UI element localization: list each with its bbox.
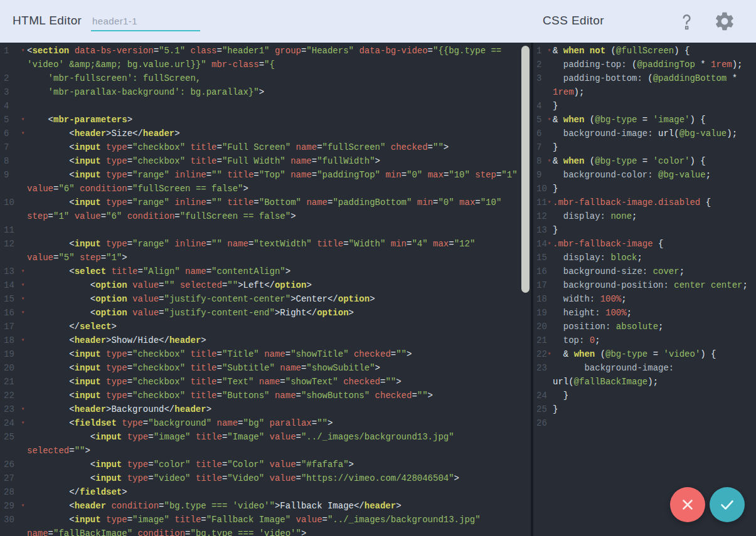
fold-arrow-icon[interactable]: ▾	[19, 334, 27, 347]
line-number: 21	[533, 334, 546, 347]
code-text: <input type="video" title="Video" value=…	[27, 471, 518, 485]
fold-arrow-icon[interactable]: ▾	[19, 499, 27, 513]
code-line: 15 display: block;	[533, 251, 756, 265]
code-text: <header>Size</header>	[27, 127, 518, 140]
code-text: & when (@bg-type = 'video') {	[553, 347, 748, 361]
fold-arrow-icon[interactable]: ▾	[19, 127, 27, 140]
code-text: height: 100%;	[553, 306, 748, 320]
fold-arrow-icon[interactable]: ▾	[546, 154, 553, 168]
fold-spacer	[19, 154, 27, 168]
fold-arrow-icon[interactable]: ▾	[19, 278, 27, 292]
css-editor-title: CSS Editor	[543, 14, 604, 28]
code-text: <input type="checkbox" title="Full Width…	[27, 154, 518, 168]
code-text: background-image: url(@bg-value);	[553, 127, 748, 140]
fold-arrow-icon[interactable]: ▾	[546, 113, 553, 127]
fold-arrow-icon[interactable]: ▾	[19, 306, 27, 320]
line-number: 6	[533, 127, 546, 140]
confirm-button[interactable]	[710, 487, 745, 522]
code-line: 21 <input type="checkbox" title="Text" n…	[0, 375, 531, 389]
fold-arrow-icon[interactable]: ▾	[19, 402, 27, 416]
line-number: 4	[0, 99, 19, 113]
fold-arrow-icon[interactable]: ▾	[546, 196, 553, 209]
line-number: 26	[533, 416, 546, 430]
fold-spacer	[546, 306, 553, 320]
line-number: 14	[533, 237, 546, 251]
fold-spacer	[19, 361, 27, 375]
code-text: <input type="checkbox" title="Subtitle" …	[27, 361, 518, 375]
editors-container: 1▾<section data-bs-version="5.1" class="…	[0, 43, 756, 536]
code-text: <input type="checkbox" title="Title" nam…	[27, 347, 518, 361]
html-code-editor[interactable]: 1▾<section data-bs-version="5.1" class="…	[0, 43, 531, 536]
fold-spacer	[546, 140, 553, 154]
code-line: 24 }	[533, 389, 756, 402]
fold-arrow-icon[interactable]: ▾	[19, 265, 27, 278]
fold-spacer	[19, 485, 27, 499]
cancel-button[interactable]	[670, 487, 705, 522]
line-number: 25	[533, 402, 546, 416]
fold-arrow-icon[interactable]: ▾	[546, 237, 553, 251]
line-number: 2	[533, 58, 546, 71]
code-text: display: block;	[553, 251, 748, 265]
fold-spacer	[546, 265, 553, 278]
html-editor-scrollbar[interactable]	[521, 46, 530, 293]
code-line: 23▾ <header>Background</header>	[0, 402, 531, 416]
code-text: position: absolute;	[553, 320, 748, 334]
line-number: 27	[0, 471, 19, 485]
code-line: 16 background-size: cover;	[533, 265, 756, 278]
code-text: <option value="justify-content-center">C…	[27, 292, 518, 306]
fold-spacer	[546, 251, 553, 265]
fold-spacer	[19, 471, 27, 485]
code-line: 13}	[533, 223, 756, 237]
line-number: 24	[533, 389, 546, 402]
line-number: 7	[533, 140, 546, 154]
line-number: 10	[0, 196, 19, 223]
fold-spacer	[19, 99, 27, 113]
line-number: 10	[533, 182, 546, 196]
code-line: 25 <input type="image" title="Image" val…	[0, 430, 531, 458]
fold-arrow-icon[interactable]: ▾	[546, 44, 553, 58]
gear-icon[interactable]	[714, 10, 735, 35]
line-number: 25	[0, 430, 19, 458]
code-text: <option value="" selected="">Left</optio…	[27, 278, 518, 292]
code-line: 21 top: 0;	[533, 334, 756, 347]
code-line: 20 position: absolute;	[533, 320, 756, 334]
code-line: 8▾& when (@bg-type = 'color') {	[533, 154, 756, 168]
code-text: <fieldset type="background" name="bg" pa…	[27, 416, 518, 430]
code-text: <input type="color" title="Color" value=…	[27, 458, 518, 471]
line-number: 6	[0, 127, 19, 140]
code-text: <header>Background</header>	[27, 402, 518, 416]
code-line: 7}	[533, 140, 756, 154]
fold-spacer	[546, 168, 553, 182]
fold-arrow-icon[interactable]: ▾	[546, 347, 553, 361]
line-number: 13	[533, 223, 546, 237]
code-text: padding-bottom: (@paddingBottom * 1rem);	[553, 71, 748, 99]
help-icon[interactable]	[678, 12, 695, 34]
code-line: 7 <input type="checkbox" title="Full Scr…	[0, 140, 531, 154]
line-number: 22	[0, 389, 19, 402]
code-line: 5▾ <mbr-parameters>	[0, 113, 531, 127]
fold-arrow-icon[interactable]: ▾	[19, 44, 27, 71]
code-line: 14▾.mbr-fallback-image {	[533, 237, 756, 251]
line-number: 16	[533, 265, 546, 278]
code-line: 1▾<section data-bs-version="5.1" class="…	[0, 44, 531, 71]
code-line: 16▾ <option value="justify-content-end">…	[0, 306, 531, 320]
fold-arrow-icon[interactable]: ▾	[19, 113, 27, 127]
code-text: <input type="range" inline="" title="Bot…	[27, 196, 518, 223]
line-number: 5	[533, 113, 546, 127]
code-line: 22 <input type="checkbox" title="Buttons…	[0, 389, 531, 402]
css-code-editor[interactable]: 1▾& when not (@fullScreen) {2 padding-to…	[533, 43, 756, 536]
code-line: 12 <input type="range" inline="" name="t…	[0, 237, 531, 265]
code-text	[27, 99, 518, 113]
top-bar: HTML Editor CSS Editor	[0, 0, 756, 43]
code-text: <section data-bs-version="5.1" class="he…	[27, 44, 518, 71]
code-text: top: 0;	[553, 334, 748, 347]
fold-arrow-icon[interactable]: ▾	[19, 292, 27, 306]
html-editor-title: HTML Editor	[13, 14, 82, 28]
code-line: 27 <input type="video" title="Video" val…	[0, 471, 531, 485]
code-line: 20 <input type="checkbox" title="Subtitl…	[0, 361, 531, 375]
block-name-input[interactable]	[91, 11, 200, 31]
fold-spacer	[19, 430, 27, 458]
code-line: 15▾ <option value="justify-content-cente…	[0, 292, 531, 306]
fold-arrow-icon[interactable]: ▾	[19, 416, 27, 430]
line-number: 22	[533, 347, 546, 361]
